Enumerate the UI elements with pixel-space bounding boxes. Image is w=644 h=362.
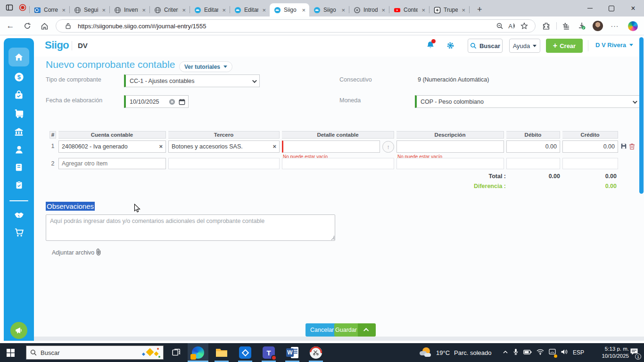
sidebar-item-contabilidad[interactable] <box>4 163 34 172</box>
tercero-input[interactable] <box>168 140 280 153</box>
sidebar-item-home[interactable] <box>8 48 29 66</box>
window-maximize-button[interactable] <box>601 0 622 16</box>
clear-tercero-icon[interactable]: × <box>272 143 276 150</box>
copilot-icon[interactable] <box>627 20 638 32</box>
tab-editar-2[interactable]: Editar × <box>230 3 270 16</box>
moneda-select[interactable]: COP - Peso colombiano <box>415 95 640 108</box>
task-view-button[interactable] <box>166 343 187 362</box>
battery-icon[interactable] <box>523 348 532 357</box>
sidebar-item-bancos[interactable] <box>4 126 34 137</box>
tercero-cell[interactable] <box>168 158 280 169</box>
ayuda-button[interactable]: Ayuda <box>509 39 540 53</box>
tab-close-icon[interactable]: × <box>421 7 426 14</box>
tab-close-icon[interactable]: × <box>261 7 267 14</box>
guardar-options-button[interactable] <box>358 323 376 337</box>
tab-close-icon[interactable]: × <box>461 7 466 14</box>
microphone-icon[interactable] <box>513 348 519 357</box>
page-scrollbar[interactable] <box>639 37 644 194</box>
new-tab-button[interactable]: + <box>474 5 485 15</box>
start-button[interactable] <box>0 343 21 362</box>
tab-close-icon[interactable]: × <box>141 7 147 14</box>
sidebar-item-terceros[interactable] <box>4 145 34 155</box>
debito-cell[interactable] <box>506 158 560 169</box>
expand-detalle-button[interactable]: ↑ <box>382 141 394 153</box>
tab-inventario[interactable]: Invent × <box>110 3 149 16</box>
tab-close-icon[interactable]: × <box>61 7 66 14</box>
user-menu[interactable]: D V Rivera <box>595 41 633 49</box>
detalle-cell[interactable] <box>282 158 394 169</box>
detalle-input[interactable] <box>282 140 380 153</box>
tab-editar-1[interactable]: Editar × <box>190 3 230 16</box>
tab-criterio[interactable]: Criteri × <box>150 3 190 16</box>
crear-button[interactable]: +Crear <box>546 39 583 53</box>
tab-close-icon[interactable]: × <box>301 7 306 14</box>
clear-date-icon[interactable] <box>169 99 175 107</box>
taskbar-app-snipping[interactable] <box>305 343 326 362</box>
tab-actions-icon[interactable] <box>6 4 13 13</box>
tab-correo[interactable]: Correo × <box>30 3 69 16</box>
window-close-button[interactable]: × <box>622 0 644 16</box>
notifications-button[interactable] <box>426 41 435 52</box>
speaker-icon[interactable] <box>561 348 568 357</box>
downloads-icon[interactable] <box>576 20 587 32</box>
collections-icon[interactable] <box>560 20 571 32</box>
ver-tutoriales-button[interactable]: Ver tutoriales <box>179 61 232 72</box>
fecha-input[interactable]: 10/10/2025 <box>124 95 189 108</box>
tab-siigo-2[interactable]: Siigo N × <box>309 3 349 16</box>
taskbar-app-edge[interactable] <box>188 343 208 362</box>
tab-contenido[interactable]: Conte × <box>389 3 429 16</box>
taskbar-clock[interactable]: 5:13 p. m. 10/10/2025 <box>590 346 629 360</box>
zoom-out-icon[interactable] <box>494 21 506 31</box>
clear-cuenta-icon[interactable]: × <box>159 143 163 150</box>
sidebar-item-compras[interactable] <box>4 90 34 100</box>
tab-introduccion[interactable]: Introd × <box>349 3 389 16</box>
recording-indicator-icon[interactable] <box>19 4 26 13</box>
taskbar-search[interactable]: Buscar <box>26 346 164 360</box>
extensions-icon[interactable] <box>540 20 552 32</box>
settings-button[interactable] <box>446 41 455 52</box>
taskbar-weather[interactable]: 19°C Parc. soleado <box>420 343 492 362</box>
observaciones-textarea[interactable] <box>46 214 335 241</box>
language-indicator[interactable]: ESP <box>573 349 584 356</box>
cast-icon[interactable] <box>549 348 556 357</box>
resize-handle[interactable] <box>330 236 334 240</box>
credito-cell[interactable] <box>562 158 618 169</box>
taskbar-app-explorer[interactable] <box>211 343 232 362</box>
refresh-button[interactable] <box>22 20 33 32</box>
profile-avatar[interactable] <box>592 20 603 32</box>
lock-icon[interactable] <box>62 21 74 31</box>
calendar-icon[interactable] <box>179 99 185 107</box>
read-aloud-icon[interactable]: A <box>506 21 518 31</box>
announcements-button[interactable] <box>10 322 27 339</box>
paperclip-icon[interactable] <box>95 248 102 258</box>
taskbar-app-word[interactable]: W <box>282 343 303 362</box>
tab-close-icon[interactable]: × <box>380 7 386 14</box>
taskbar-app-blue-diamond[interactable] <box>235 343 256 362</box>
url-text[interactable]: https://siigonube.siigo.com/#/journal-en… <box>78 23 494 30</box>
tab-close-icon[interactable]: × <box>340 7 346 14</box>
taskbar-app-teams[interactable]: T <box>258 343 279 362</box>
address-bar[interactable]: https://siigonube.siigo.com/#/journal-en… <box>56 19 536 33</box>
wifi-icon[interactable] <box>537 348 544 357</box>
tab-close-icon[interactable]: × <box>221 7 227 14</box>
home-button[interactable] <box>39 20 50 32</box>
sidebar-item-inventarios[interactable] <box>4 108 34 119</box>
back-button[interactable]: ← <box>5 20 16 32</box>
tray-expand-icon[interactable] <box>503 348 508 357</box>
tab-close-icon[interactable]: × <box>101 7 107 14</box>
cuenta-input[interactable] <box>58 140 166 153</box>
descripcion-input[interactable] <box>396 140 504 153</box>
descripcion-cell[interactable] <box>396 158 504 169</box>
buscar-button[interactable]: Buscar <box>468 39 503 53</box>
browser-menu-icon[interactable]: ··· <box>609 20 620 32</box>
sidebar-item-ventas[interactable]: $ <box>4 72 34 82</box>
tab-close-icon[interactable]: × <box>181 7 187 14</box>
debito-input[interactable] <box>506 140 560 153</box>
sidebar-item-reportes[interactable] <box>4 181 34 189</box>
tab-seguimiento[interactable]: Seguim × <box>70 3 109 16</box>
agregar-item-input[interactable] <box>58 158 166 169</box>
window-minimize-button[interactable] <box>579 0 601 16</box>
tab-siigo-active[interactable]: Siigo N × <box>270 3 309 16</box>
action-center-button[interactable]: 1 <box>630 343 638 362</box>
sidebar-item-tienda[interactable] <box>4 228 34 238</box>
